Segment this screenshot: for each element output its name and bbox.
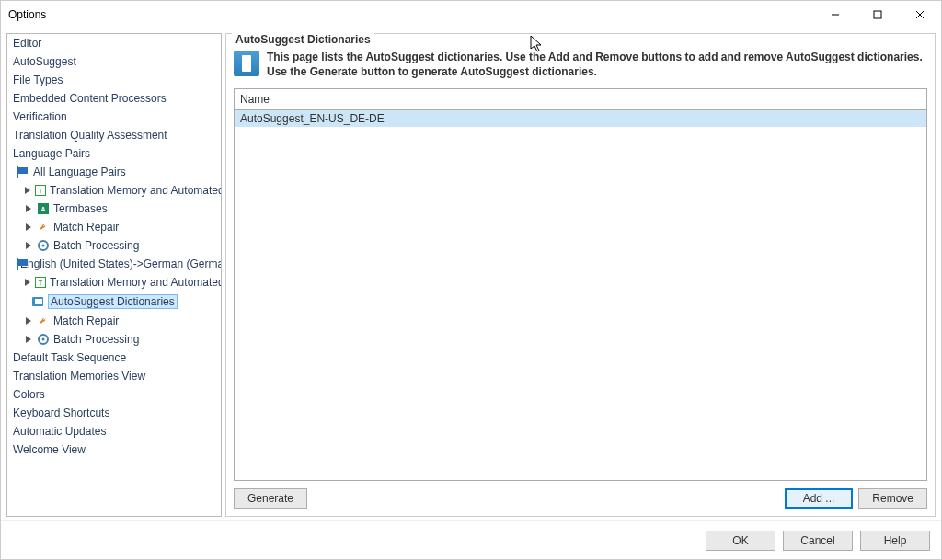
flag-icon [17,167,29,177]
svg-marker-14 [26,336,31,343]
expand-icon[interactable] [24,316,33,326]
tree-item-tm-view[interactable]: Translation Memories View [7,367,221,385]
tree-label: Termbases [53,202,108,215]
dictionary-icon [31,295,44,308]
table-row[interactable]: AutoSuggest_EN-US_DE-DE [235,110,926,127]
tm-icon: T [35,276,46,289]
help-button[interactable]: Help [860,531,930,551]
wrench-icon [37,314,50,327]
options-tree[interactable]: Editor AutoSuggest File Types Embedded C… [6,33,222,517]
tree-item-default-task[interactable]: Default Task Sequence [7,349,221,367]
svg-point-16 [42,338,45,341]
tree-item-all-language-pairs[interactable]: All Language Pairs [7,163,221,181]
svg-point-9 [42,245,45,247]
tree-label: English (United States)->German (Germa [20,257,222,270]
row-name: AutoSuggest_EN-US_DE-DE [240,112,385,125]
options-dialog: Options Editor AutoSuggest File Types Em… [0,0,942,560]
gear-icon [37,333,50,346]
tree-item-embedded[interactable]: Embedded Content Processors [7,89,221,108]
tm-icon: T [35,184,46,197]
tree-item-lang-en-de[interactable]: English (United States)->German (Germa [7,255,221,273]
tree-item-termbases[interactable]: A Termbases [7,200,221,218]
dictionaries-list[interactable]: Name AutoSuggest_EN-US_DE-DE [234,88,927,481]
tree-item-colors[interactable]: Colors [7,385,221,404]
svg-rect-12 [35,299,42,304]
main-area: Editor AutoSuggest File Types Embedded C… [1,29,941,520]
tree-label: Match Repair [53,221,119,234]
window-controls [814,1,941,29]
svg-marker-13 [26,317,31,325]
tree-item-tm-automated-2[interactable]: T Translation Memory and Automated [7,273,221,291]
close-button[interactable] [899,1,941,29]
svg-marker-6 [26,223,31,231]
spacer [313,488,779,509]
info-text: This page lists the AutoSuggest dictiona… [267,51,927,79]
table-body: AutoSuggest_EN-US_DE-DE [235,110,926,480]
tree-label: Match Repair [53,314,119,327]
expand-icon[interactable] [24,223,33,232]
tree-label: Batch Processing [53,239,139,252]
tree-label: AutoSuggest Dictionaries [48,294,178,309]
tree-item-editor[interactable]: Editor [7,34,221,52]
ok-button[interactable]: OK [706,531,775,551]
expand-icon[interactable] [24,186,31,195]
dictionary-icon [234,51,259,76]
svg-marker-5 [26,205,31,212]
tree-item-language-pairs[interactable]: Language Pairs [7,144,221,163]
tree-label: All Language Pairs [33,166,126,178]
tree-label: Translation Memory and Automated [50,184,222,197]
dialog-footer: OK Cancel Help [1,520,941,559]
tree-item-tm-automated[interactable]: T Translation Memory and Automated [7,181,221,200]
tree-item-welcome[interactable]: Welcome View [7,440,221,459]
tree-item-match-repair[interactable]: Match Repair [7,218,221,236]
tree-item-updates[interactable]: Automatic Updates [7,422,221,440]
info-row: This page lists the AutoSuggest dictiona… [226,47,935,88]
svg-marker-10 [25,279,30,286]
tree-item-file-types[interactable]: File Types [7,71,221,89]
tree-label: Translation Memory and Automated [50,276,222,289]
tree-item-match-repair-2[interactable]: Match Repair [7,312,221,330]
termbase-icon: A [37,202,50,215]
expand-icon[interactable] [24,241,33,250]
titlebar: Options [1,1,941,29]
minimize-button[interactable] [814,1,856,29]
expand-icon[interactable] [24,335,33,344]
cancel-button[interactable]: Cancel [783,531,853,551]
autosuggest-group: AutoSuggest Dictionaries This page lists… [225,33,936,517]
tree-item-verification[interactable]: Verification [7,108,221,126]
svg-marker-4 [25,187,30,194]
tree-label: Batch Processing [53,333,139,346]
column-header-name[interactable]: Name [235,89,926,110]
add-button[interactable]: Add ... [785,488,854,509]
group-title: AutoSuggest Dictionaries [232,33,374,46]
svg-marker-7 [26,242,31,249]
tree-item-batch-processing-2[interactable]: Batch Processing [7,330,221,349]
expand-icon[interactable] [24,204,33,213]
tree-item-tqa[interactable]: Translation Quality Assessment [7,126,221,144]
tree-item-batch-processing[interactable]: Batch Processing [7,236,221,255]
expand-icon[interactable] [24,278,31,287]
generate-button[interactable]: Generate [234,488,307,509]
tree-item-autosuggest[interactable]: AutoSuggest [7,52,221,71]
window-title: Options [8,8,46,21]
svg-rect-1 [874,11,881,18]
wrench-icon [37,221,50,234]
content-panel: AutoSuggest Dictionaries This page lists… [225,33,936,517]
tree-item-shortcuts[interactable]: Keyboard Shortcuts [7,404,221,422]
group-buttons: Generate Add ... Remove [226,488,935,516]
remove-button[interactable]: Remove [858,488,927,509]
tree-item-autosuggest-dictionaries[interactable]: AutoSuggest Dictionaries [7,291,221,312]
maximize-button[interactable] [856,1,899,29]
gear-icon [37,239,50,252]
